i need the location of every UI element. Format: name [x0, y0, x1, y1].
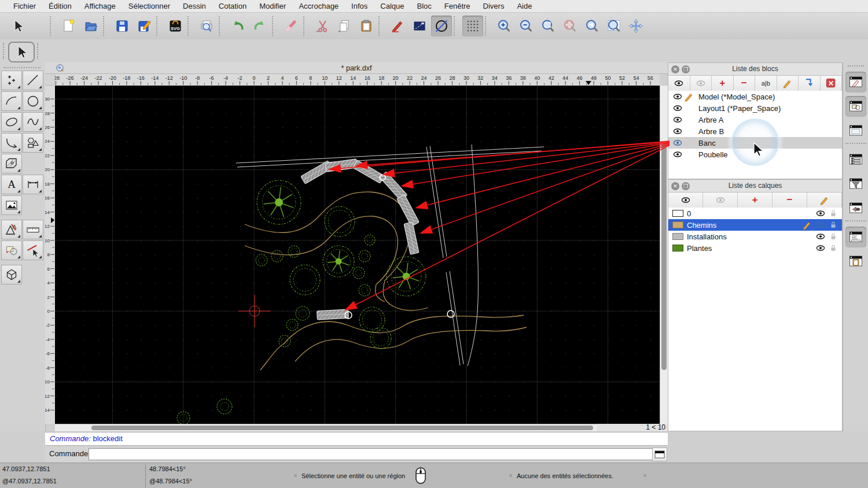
- open-folder-button[interactable]: [80, 16, 101, 36]
- horizontal-scrollbar-thumb[interactable]: [91, 426, 593, 430]
- layer-visibility-eye[interactable]: [815, 231, 826, 242]
- menu-fichier[interactable]: Fichier: [7, 0, 42, 13]
- arc-tool-button[interactable]: [1, 91, 22, 111]
- add-layer-button[interactable]: +: [738, 193, 773, 208]
- image-tool-button[interactable]: [1, 195, 22, 215]
- copy-button[interactable]: +: [334, 16, 355, 36]
- add-block-button[interactable]: +: [712, 76, 734, 91]
- layer-lock-icon[interactable]: [828, 231, 838, 242]
- layer-lock-icon[interactable]: [828, 208, 838, 219]
- block-visibility-eye[interactable]: [672, 91, 683, 102]
- polygon-tool-button[interactable]: [23, 133, 43, 153]
- layer-visibility-eye[interactable]: [815, 219, 826, 231]
- block-visibility-eye[interactable]: [672, 125, 683, 137]
- block-visibility-eye[interactable]: [672, 137, 683, 149]
- layer-visibility-eye[interactable]: [815, 208, 826, 219]
- bench-block[interactable]: [317, 309, 349, 320]
- command-detach-button[interactable]: [652, 448, 667, 461]
- layer-row[interactable]: 0: [668, 208, 842, 219]
- undo-button[interactable]: [227, 16, 248, 36]
- menu-fentre[interactable]: Fenêtre: [438, 0, 477, 13]
- pen-button[interactable]: [387, 16, 408, 36]
- dock-list-window-toggle[interactable]: [845, 149, 866, 170]
- block-row[interactable]: Poubelle: [668, 149, 842, 160]
- spline-tool-button[interactable]: [23, 112, 43, 132]
- redo-button[interactable]: [249, 16, 270, 36]
- circle-line-button[interactable]: [431, 16, 452, 36]
- zoom-select-button[interactable]: [560, 16, 580, 36]
- print-preview-button[interactable]: [196, 16, 217, 36]
- remove-block-button[interactable]: −: [734, 76, 756, 91]
- menu-bloc[interactable]: Bloc: [410, 0, 437, 13]
- cube-tool-button[interactable]: [1, 265, 22, 284]
- hatch-tool-button[interactable]: [1, 154, 22, 173]
- zoom-auto-button[interactable]: [538, 16, 558, 36]
- zoom-previous-button[interactable]: [582, 16, 602, 36]
- dimension-tool-button[interactable]: [23, 175, 43, 194]
- select-arrow-button[interactable]: [8, 16, 28, 36]
- circle-tool-button[interactable]: [23, 91, 43, 111]
- menu-affichage[interactable]: Affichage: [78, 0, 122, 13]
- polyline-tool-button[interactable]: [1, 133, 22, 153]
- layer-edit-pencil[interactable]: [801, 219, 813, 231]
- block-row[interactable]: Banc: [668, 137, 842, 149]
- block-row[interactable]: Layout1 (*Paper_Space): [668, 102, 842, 114]
- show-all-blocks-button[interactable]: [668, 76, 690, 91]
- draft-tool-button[interactable]: [1, 220, 22, 239]
- block-visibility-eye[interactable]: [672, 114, 683, 125]
- delete-block-button[interactable]: [821, 76, 843, 91]
- menu-modifier[interactable]: Modifier: [253, 0, 292, 13]
- dock-command-window-toggle[interactable]: [845, 227, 866, 247]
- layer-row[interactable]: Installations: [668, 231, 842, 242]
- dock-shapes-window-toggle[interactable]: [845, 96, 866, 117]
- vertical-scrollbar[interactable]: [660, 86, 668, 424]
- new-document-button[interactable]: [58, 16, 79, 36]
- show-all-layers-button[interactable]: [668, 193, 703, 208]
- select-tool-button[interactable]: [8, 42, 35, 62]
- layer-lock-icon[interactable]: [828, 220, 838, 230]
- deselect-tool-button[interactable]: [23, 241, 43, 260]
- dock-blank-window-toggle[interactable]: [845, 120, 866, 141]
- hide-all-layers-button[interactable]: [703, 193, 738, 208]
- ellipse-tool-button[interactable]: [1, 112, 22, 132]
- zoom-window-button[interactable]: [604, 16, 624, 36]
- cut-button[interactable]: +: [312, 16, 333, 36]
- text-tool-button[interactable]: A: [1, 175, 22, 194]
- vertical-scrollbar-thumb[interactable]: [661, 143, 667, 370]
- block-visibility-eye[interactable]: [672, 149, 683, 160]
- save-as-button[interactable]: [134, 16, 155, 36]
- menu-accrochage[interactable]: Accrochage: [292, 0, 345, 13]
- menu-divers[interactable]: Divers: [477, 0, 511, 13]
- zoom-in-button[interactable]: [494, 16, 514, 36]
- dock-clipboard-window-toggle[interactable]: [845, 251, 866, 272]
- dock-filter-window-toggle[interactable]: [845, 173, 866, 194]
- measure-tool-button[interactable]: [23, 220, 43, 239]
- block-row[interactable]: Model (*Model_Space): [668, 91, 842, 102]
- drawing-canvas[interactable]: [55, 86, 660, 424]
- save-button[interactable]: [112, 16, 133, 36]
- layer-visibility-eye[interactable]: [815, 242, 826, 254]
- library-tool-button[interactable]: [1, 241, 22, 260]
- document-titlebar[interactable]: * park.dxf: [45, 62, 668, 74]
- grid-button[interactable]: [462, 16, 483, 36]
- layer-lock-icon[interactable]: [828, 243, 838, 253]
- menu-dessin[interactable]: Dessin: [176, 0, 212, 13]
- points-tool-button[interactable]: [1, 71, 22, 90]
- hide-all-blocks-button[interactable]: [690, 76, 712, 91]
- dock-projector-window-toggle[interactable]: [845, 198, 866, 219]
- block-visibility-eye[interactable]: [672, 102, 683, 114]
- layer-row[interactable]: Chemins: [668, 219, 842, 231]
- zoom-pan-button[interactable]: [626, 16, 646, 36]
- edit-block-button[interactable]: [777, 76, 799, 91]
- edit-layer-button[interactable]: [807, 193, 842, 208]
- menu-dition[interactable]: Édition: [42, 0, 78, 13]
- line-tool-button[interactable]: [23, 71, 43, 90]
- selection-rect-button[interactable]: [409, 16, 430, 36]
- horizontal-scrollbar[interactable]: [55, 424, 597, 431]
- block-row[interactable]: Arbre B: [668, 125, 842, 137]
- layer-row[interactable]: Plantes: [668, 242, 842, 254]
- svg-export-button[interactable]: SVG: [165, 16, 186, 36]
- paste-button[interactable]: [356, 16, 377, 36]
- block-row[interactable]: Arbre A: [668, 114, 842, 125]
- rename-block-button[interactable]: a|b: [755, 76, 777, 91]
